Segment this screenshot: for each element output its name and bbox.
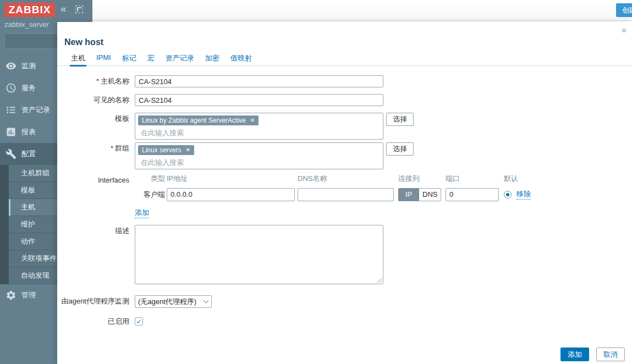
groups-select-button[interactable]: 选择: [386, 142, 414, 156]
visible-name-row: 可见的名称: [57, 94, 383, 106]
col-port: 端口: [446, 174, 499, 183]
enabled-label: 已启用: [57, 316, 135, 328]
interface-ip-input[interactable]: [167, 188, 295, 201]
proxy-row: 由agent代理程序监测 (无agent代理程序): [57, 295, 212, 308]
sidebar-item-label: 管理: [21, 290, 36, 300]
sidebar-item-label: 配置: [21, 149, 36, 159]
templates-select-button[interactable]: 选择: [386, 113, 414, 126]
server-name: zabbix_server: [4, 20, 49, 29]
tab-inventory[interactable]: 资产记录: [164, 52, 195, 65]
interface-port-input[interactable]: [446, 188, 499, 201]
group-chip: Linux servers ✕: [138, 145, 194, 155]
host-name-input[interactable]: [135, 75, 383, 87]
list-icon: [6, 104, 17, 115]
connect-dns-button[interactable]: DNS: [419, 188, 441, 201]
interface-row: 客户端 IP DNS 移除: [135, 187, 531, 201]
interfaces-label: Interfaces: [57, 174, 135, 186]
required-mark: *: [111, 144, 113, 152]
connect-ip-button[interactable]: IP: [398, 188, 419, 201]
collapse-sidebar-icon[interactable]: «: [61, 3, 67, 15]
templates-search-input[interactable]: [140, 128, 370, 137]
groups-multiselect[interactable]: Linux servers ✕: [135, 142, 383, 169]
col-connect-to: 连接到: [398, 174, 441, 183]
tab-value-mapping[interactable]: 值映射: [229, 52, 253, 65]
tab-tags[interactable]: 标记: [121, 52, 138, 65]
interfaces-headers: 类型 IP地址 DNS名称 连接到 端口 默认: [135, 174, 531, 183]
description-label: 描述: [57, 225, 135, 237]
sidebar-item-label: 报表: [21, 127, 36, 137]
chip-remove-icon[interactable]: ✕: [185, 146, 190, 154]
interface-dns-input[interactable]: [298, 188, 394, 201]
close-icon[interactable]: ✕: [621, 27, 627, 34]
description-row: 描述: [57, 225, 383, 284]
add-button[interactable]: 添加: [560, 348, 589, 361]
default-interface-radio[interactable]: [504, 191, 512, 198]
tab-ipmi[interactable]: IPMI: [95, 52, 112, 65]
tab-encryption[interactable]: 加密: [204, 52, 221, 65]
col-ip: IP地址: [167, 174, 295, 183]
visible-name-label: 可见的名称: [57, 94, 135, 106]
interface-type: 客户端: [135, 190, 165, 200]
templates-label: 模板: [57, 113, 135, 125]
chip-remove-icon[interactable]: ✕: [250, 117, 255, 124]
col-type: 类型: [135, 174, 165, 183]
sidebar-item-label: 服务: [21, 83, 36, 93]
visible-name-input[interactable]: [135, 94, 383, 106]
required-mark: *: [96, 77, 99, 85]
description-textarea[interactable]: [135, 225, 383, 284]
page-topbar: 创建主机: [92, 0, 632, 21]
col-dns: DNS名称: [298, 174, 394, 183]
check-icon: ✓: [136, 318, 141, 325]
connect-to-toggle: IP DNS: [398, 188, 441, 201]
modal-title: New host: [64, 37, 103, 47]
groups-row: *群组 Linux servers ✕ 选择: [57, 142, 414, 169]
wrench-icon: [6, 148, 17, 159]
create-host-button[interactable]: 创建主机: [616, 3, 632, 17]
tab-macros[interactable]: 宏: [146, 52, 156, 65]
zabbix-logo[interactable]: ZABBIX: [4, 3, 55, 17]
groups-label: *群组: [57, 142, 135, 155]
col-default: 默认: [504, 174, 518, 183]
eye-icon: [6, 60, 17, 71]
remove-interface-link[interactable]: 移除: [516, 189, 531, 200]
clock-icon: [6, 82, 17, 93]
cancel-button[interactable]: 取消: [596, 348, 625, 361]
enabled-checkbox[interactable]: ✓: [135, 317, 143, 326]
groups-search-input[interactable]: [140, 158, 370, 167]
gear-icon: [6, 290, 17, 301]
template-chip: Linux by Zabbix agent ServerActive ✕: [138, 115, 259, 125]
host-name-label: *主机名称: [57, 75, 135, 87]
add-interface-link[interactable]: 添加: [135, 208, 149, 218]
templates-multiselect[interactable]: Linux by Zabbix agent ServerActive ✕: [135, 113, 383, 140]
enabled-row: 已启用 ✓: [57, 316, 143, 328]
host-name-row: *主机名称: [57, 75, 383, 87]
modal-footer: 添加 取消: [560, 348, 625, 361]
fullscreen-icon[interactable]: [75, 5, 83, 13]
new-host-modal: ✕ New host 主机 IPMI 标记 宏 资产记录 加密 值映射 *主机名…: [57, 22, 632, 364]
modal-tabs: 主机 IPMI 标记 宏 资产记录 加密 值映射: [57, 52, 632, 66]
proxy-label: 由agent代理程序监测: [57, 295, 135, 307]
sidebar-item-label: 监测: [21, 61, 36, 71]
chart-icon: [6, 126, 17, 137]
sidebar-item-label: 资产记录: [21, 105, 50, 115]
tab-host[interactable]: 主机: [70, 52, 86, 67]
interfaces-row: Interfaces 类型 IP地址 DNS名称 连接到 端口 默认 客户端 I…: [57, 174, 531, 218]
proxy-select[interactable]: (无agent代理程序): [135, 295, 212, 308]
templates-row: 模板 Linux by Zabbix agent ServerActive ✕ …: [57, 113, 414, 140]
